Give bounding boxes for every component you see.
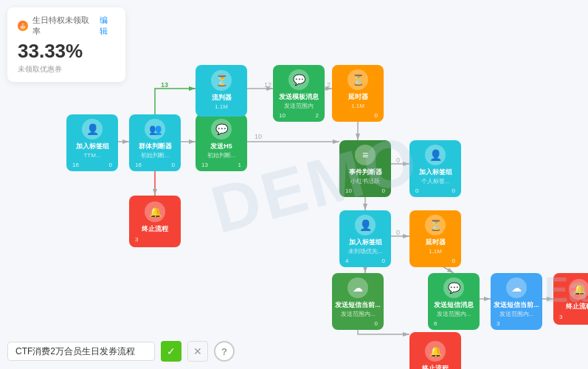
node-icon-n2: 👥 [145, 119, 165, 139]
node-title-n10: 延时器 [426, 238, 446, 247]
node-title-n15: 终止流程 [142, 225, 168, 234]
node-footer-n6: 0 [335, 112, 381, 119]
node-footer-n8: 00 [412, 187, 458, 194]
node-icon-n13: ☁ [506, 277, 527, 298]
svg-text:13: 13 [161, 81, 168, 89]
node-sub-n10: 1.1M [429, 248, 442, 255]
badge-right-n9: 0 [382, 258, 385, 264]
node-title-n6: 延时器 [348, 93, 368, 102]
stat-edit-button[interactable]: 编辑 [100, 15, 115, 37]
node-n6[interactable]: ⏳延时器1.1M0 [332, 65, 384, 122]
badge-right-n6: 0 [375, 112, 378, 119]
node-sub-n7: 小红书活跃 [350, 178, 380, 185]
badge-right-n3: 1 [238, 162, 241, 168]
node-footer-n13: 3 [494, 320, 539, 327]
node-sub-n5: 发送范围内 [284, 103, 314, 110]
node-n2[interactable]: 👥群体判断器初始判断...160 [129, 114, 181, 171]
node-sub-n1: TTM... [83, 152, 100, 159]
node-icon-n15: 🔔 [145, 201, 165, 222]
node-title-n7: 事件判断器 [349, 168, 382, 177]
bottom-bar: ✓ ✕ ? [7, 341, 235, 362]
badge-right-n5: 2 [316, 112, 319, 119]
node-footer-n2: 160 [132, 162, 178, 168]
node-n11[interactable]: ☁发送短信当前...发送范围内...0 [332, 273, 384, 330]
badge-left-n5: 10 [279, 112, 286, 119]
node-icon-n6: ⏳ [347, 69, 368, 90]
node-title-n4: 流判器 [212, 94, 232, 103]
node-n13[interactable]: ☁发送短信当前...发送范围内...3 [491, 273, 542, 330]
svg-text:0: 0 [396, 229, 400, 236]
stat-title: 生日特权未领取率 [32, 15, 95, 37]
node-title-n12: 发送短信消息 [434, 301, 474, 310]
badge-left-n1: 16 [72, 162, 79, 168]
node-n12[interactable]: 💬发送短信消息发送范围内...6 [428, 273, 480, 330]
node-footer-n1: 160 [69, 162, 115, 168]
node-n1[interactable]: 👤加入标签组TTM...160 [66, 114, 118, 171]
node-icon-n11: ☁ [347, 277, 368, 298]
node-n9[interactable]: 👤加入标签组未到场优先...40 [339, 210, 391, 267]
node-n14[interactable]: 🔔终止流程 [409, 332, 461, 369]
badge-left-n16: 3 [559, 314, 562, 320]
node-title-n14: 终止流程 [422, 365, 449, 369]
node-n4[interactable]: ⏳流判器1.1M [196, 65, 247, 117]
node-icon-n5: 💬 [288, 69, 309, 90]
badge-left-n8: 0 [415, 187, 418, 194]
node-sub-n13: 发送范围内... [499, 311, 534, 318]
node-icon-n3: 💬 [211, 119, 232, 139]
badge-left-n3: 13 [201, 162, 208, 168]
node-icon-n7: ≡ [355, 145, 376, 165]
node-sub-n4: 1.1M [215, 103, 228, 111]
node-icon-n9: 👤 [355, 215, 376, 235]
svg-text:2: 2 [327, 81, 331, 89]
node-icon-n4: ⏳ [211, 70, 232, 91]
badge-right-n8: 0 [452, 187, 455, 194]
node-sub-n8: 个人标签... [421, 178, 450, 185]
node-n16[interactable]: 🔔终止流程3 [553, 273, 588, 325]
stat-icon: 🎂 [18, 21, 28, 31]
cancel-button[interactable]: ✕ [187, 341, 208, 362]
node-n10[interactable]: ⏳延时器1.1M0 [409, 210, 461, 267]
node-n7[interactable]: ≡事件判断器小红书活跃100 [339, 140, 391, 197]
node-title-n3: 发送H5 [210, 142, 232, 151]
node-sub-n11: 发送范围内... [341, 311, 376, 318]
badge-left-n13: 3 [497, 320, 499, 327]
node-n3[interactable]: 💬发送H5初始判断...131 [196, 114, 247, 171]
node-footer-n16: 3 [556, 314, 588, 320]
node-title-n13: 发送短信当前... [494, 301, 539, 310]
node-footer-n5: 102 [276, 112, 322, 119]
node-n5[interactable]: 💬发送模板消息发送范围内102 [273, 65, 325, 122]
node-footer-n3: 131 [198, 162, 244, 168]
badge-right-n2: 0 [172, 162, 175, 168]
badge-right-n10: 0 [452, 258, 455, 264]
badge-left-n7: 10 [345, 187, 352, 194]
node-title-n1: 加入标签组 [76, 142, 109, 151]
flow-name-input[interactable] [7, 342, 155, 361]
badge-left-n15: 3 [135, 236, 138, 243]
node-n15[interactable]: 🔔终止流程3 [129, 196, 181, 247]
node-footer-n7: 100 [342, 187, 388, 194]
svg-text:0: 0 [396, 156, 400, 164]
node-sub-n12: 发送范围内... [437, 311, 471, 318]
badge-left-n12: 6 [434, 320, 437, 327]
node-title-n2: 群体判断器 [139, 142, 172, 151]
svg-text:12: 12 [264, 81, 271, 89]
node-n8[interactable]: 👤加入标签组个人标签...00 [409, 140, 461, 197]
node-sub-n6: 1.1M [351, 103, 364, 110]
help-button[interactable]: ? [214, 341, 235, 362]
node-footer-n11: 0 [335, 320, 381, 327]
node-footer-n15: 3 [132, 236, 178, 243]
node-icon-n8: 👤 [425, 145, 446, 165]
stat-card-header: 🎂 生日特权未领取率 编辑 [18, 15, 115, 37]
svg-text:10: 10 [255, 133, 262, 140]
badge-right-n7: 0 [382, 187, 385, 194]
badge-right-n1: 0 [109, 162, 112, 168]
node-title-n9: 加入标签组 [349, 238, 382, 247]
stat-sub-label: 未领取优惠券 [18, 64, 115, 75]
badge-right-n11: 0 [375, 320, 378, 327]
node-footer-n9: 40 [342, 258, 388, 264]
confirm-button[interactable]: ✓ [161, 341, 181, 362]
node-icon-n1: 👤 [82, 119, 103, 139]
node-title-n16: 终止流程 [566, 303, 588, 311]
stat-value: 33.33% [18, 40, 115, 63]
node-sub-n9: 未到场优先... [348, 248, 383, 255]
